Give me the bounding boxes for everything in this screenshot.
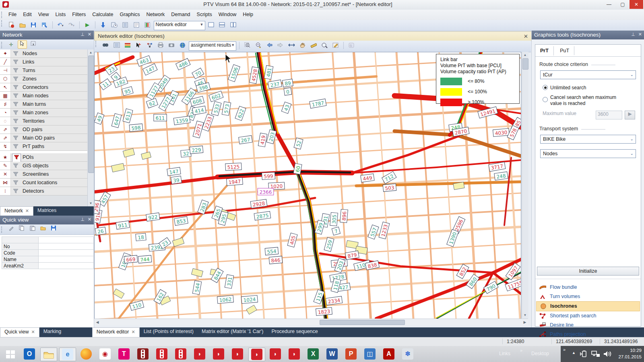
reference-object-select[interactable]: Nodes⌄ [540,149,636,158]
network-row-prt-paths[interactable]: ↯PrT paths [0,142,88,151]
network-row-main-nodes[interactable]: ▦Main nodes [0,92,88,100]
battery-icon[interactable] [580,350,588,358]
graphics-tools-pin-icon[interactable]: ⊥ [631,32,635,37]
network-row-main-od-pairs[interactable]: ⇗Main OD pairs [0,134,88,142]
route-choice-select[interactable]: tCur⌄ [540,70,636,79]
lists-icon[interactable] [121,21,130,29]
taskbar-ptv-globe[interactable]: ◉ [97,348,113,360]
taskbar-powerpoint[interactable]: P [343,348,359,360]
network-row-gis-objects[interactable]: ✎GIS objects [0,162,88,170]
taskbar-start-button[interactable] [2,348,19,360]
taskbar-system-tool[interactable]: ◫ [362,348,378,360]
close-button[interactable]: ✕ [630,0,643,9]
tool-turn-volumes[interactable]: Turn volumes [536,292,640,301]
quick-view-close-icon[interactable]: ✕ [88,217,91,222]
taskbar-ptv-app-1[interactable]: ◗ [192,348,208,360]
quick-view-value-cell[interactable] [39,263,94,269]
ruler-icon[interactable] [309,41,318,49]
menu-window[interactable]: Window [215,10,239,19]
tool-isochrones[interactable]: Isochrones [536,301,640,311]
view-select[interactable]: Network editor▼ [154,21,205,30]
tool-flow-bundle[interactable]: Flow bundle [536,283,640,292]
tool-shortest-path-search[interactable]: Shortest path search [536,311,640,321]
preview-icon[interactable] [320,41,329,49]
quickview-tab-marking[interactable]: Marking [39,327,65,337]
network-row-od-pairs[interactable]: ⇗OD pairs [0,125,88,134]
screenshot-icon[interactable] [167,41,176,49]
taskbar-word[interactable]: W [324,348,340,360]
taskbar-file-explorer[interactable] [40,348,57,361]
filter-icon[interactable] [13,84,19,91]
filter-icon[interactable] [13,59,19,66]
fit-width-icon[interactable] [287,41,296,49]
filter-icon[interactable] [13,68,19,74]
taskbar-signal-app-1[interactable] [154,348,170,360]
taskbar-ptv-app-2[interactable]: ◗ [211,348,227,360]
network-row-nodes[interactable]: ✦Nodes [0,49,88,58]
menu-lists[interactable]: Lists [52,10,69,19]
list-icon[interactable] [112,41,121,49]
network-row-main-turns[interactable]: ♯Main turns [0,100,88,109]
taskbar-ptv-app-3[interactable]: ◗ [229,348,246,360]
network-icon[interactable] [591,350,600,358]
menu-calculate[interactable]: Calculate [89,10,116,19]
menu-demand[interactable]: Demand [168,10,193,19]
quick-view-value-cell[interactable] [39,243,94,250]
taskbar-internet-explorer[interactable]: e [59,348,76,361]
maximize-button[interactable]: ▢ [616,0,630,9]
desktop-toolbar[interactable]: Desktop [531,351,549,356]
open-icon[interactable] [18,21,27,29]
pan-hand-icon[interactable] [298,41,307,49]
run-icon[interactable]: ▶ [83,21,92,29]
filter-icon[interactable] [13,163,19,170]
filter-icon[interactable] [12,154,21,162]
filter-icon[interactable] [13,171,19,178]
filter-icon[interactable] [13,93,19,100]
taskbar-ptv-app-5[interactable]: ◗ [267,348,283,360]
map-hscrollbar[interactable]: ◀ ▶ [94,319,528,325]
show-hidden-icons[interactable]: ▲ [572,351,576,355]
back-icon[interactable] [265,41,274,49]
left-tab-matrices[interactable]: Matrices [33,206,60,216]
new-network-icon[interactable] [7,21,16,29]
import-icon[interactable] [99,21,108,29]
edit-icon[interactable] [7,225,15,233]
paste-icon[interactable] [28,225,37,233]
taskbar-flower-app[interactable]: ✽ [400,348,416,360]
save-version-icon[interactable] [40,21,49,29]
unlimited-search-radio[interactable]: Unlimited search [543,85,641,90]
layout-single-icon[interactable] [207,21,216,29]
filter-icon[interactable] [13,51,19,58]
filter-icon[interactable] [13,188,19,195]
gps-icon[interactable]: G [347,41,356,49]
insert-mode-icon[interactable]: ✛ [7,41,15,49]
filter-icon[interactable] [13,118,19,125]
report-icon[interactable] [132,21,141,29]
quick-view-value-cell[interactable] [39,237,94,243]
taskbar-telekom[interactable]: T [116,348,132,360]
quickview-tab-quick-view[interactable]: Quick view✕ [0,327,39,337]
filter-icon[interactable] [13,135,19,142]
quick-view-pin-icon[interactable]: ⊥ [80,217,85,222]
menu-help[interactable]: Help [239,10,256,19]
taskbar-signal-app-2[interactable] [173,348,189,360]
filter-icon[interactable] [13,101,19,108]
menu-edit[interactable]: Edit [20,10,35,19]
open-layout-icon[interactable] [39,225,47,233]
initialize-button[interactable]: Initialize [537,267,639,276]
map-vscrollbar[interactable]: ▲ ▼ [522,52,528,318]
filter-icon[interactable] [13,127,19,134]
quick-view-value-cell[interactable] [39,256,94,263]
tab-put[interactable]: PuT [555,46,574,55]
rect-select-icon[interactable] [29,41,37,49]
network-row-count-locations[interactable]: ⋈Count locations [0,179,88,187]
taskbar-traffic-app[interactable] [135,348,151,360]
taskbar-ptv-app-6[interactable]: ◗ [286,348,302,360]
editor-tab-procedure-sequence[interactable]: Procedure sequence [267,327,322,337]
network-row-connectors[interactable]: ↖Connectors [0,83,88,92]
redo-icon[interactable]: ↷▾ [67,21,76,29]
cancel-search-radio[interactable]: Cancel search when maximumvalue is reach… [543,95,641,107]
taskbar-outlook[interactable]: O [21,348,37,360]
network-row-detectors[interactable]: ⁝Detectors [0,187,88,195]
quick-view-value-cell[interactable] [39,250,94,256]
